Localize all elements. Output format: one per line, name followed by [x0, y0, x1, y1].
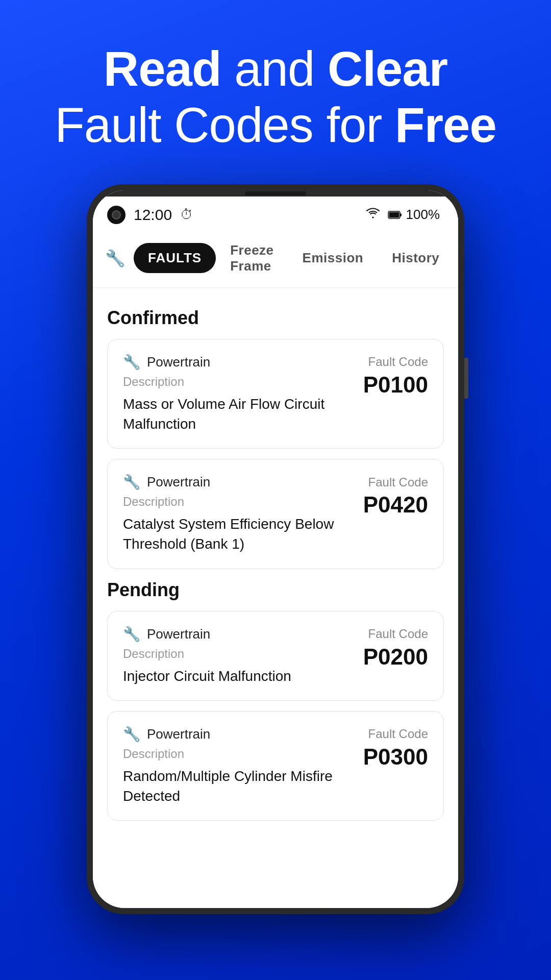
fault-card-p0100[interactable]: 🔧 Powertrain Fault Code Description Mass… [107, 339, 444, 449]
front-camera [107, 206, 126, 224]
card-body-left: Description Catalyst System Efficiency B… [123, 494, 363, 554]
fault-code-label: Fault Code [368, 627, 428, 641]
card-header: 🔧 Powertrain Fault Code [123, 726, 428, 743]
hero-subtitle: Fault Codes for Free [55, 97, 496, 152]
fault-code-label: Fault Code [368, 475, 428, 489]
side-button [464, 358, 468, 399]
phone-screen: 12:00 ⏱ [93, 190, 458, 908]
card-body-left: Description Injector Circuit Malfunction [123, 646, 291, 686]
description-label: Description [123, 495, 363, 509]
card-body: Description Mass or Volume Air Flow Circ… [123, 374, 428, 434]
status-left: 12:00 ⏱ [107, 206, 193, 224]
status-bar: 12:00 ⏱ [93, 197, 458, 229]
fault-card-p0420[interactable]: 🔧 Powertrain Fault Code Description Cata… [107, 459, 444, 569]
hero-section: Read and Clear Fault Codes for Free [55, 41, 496, 154]
fault-card-p0200[interactable]: 🔧 Powertrain Fault Code Description Inje… [107, 611, 444, 701]
card-body: Description Injector Circuit Malfunction… [123, 646, 428, 686]
tab-bar-icon: 🔧 [105, 249, 126, 268]
phone-mockup: 12:00 ⏱ [87, 184, 464, 914]
fault-description: Injector Circuit Malfunction [123, 666, 291, 686]
battery-percent: 100% [406, 207, 440, 223]
engine-icon: 🔧 [123, 474, 141, 491]
card-body: Description Catalyst System Efficiency B… [123, 494, 428, 554]
notch-bar [93, 190, 458, 197]
svg-rect-2 [389, 212, 399, 217]
battery-icon: 100% [388, 207, 440, 223]
fault-description: Catalyst System Efficiency Below Thresho… [123, 514, 363, 554]
tab-history[interactable]: History [378, 243, 454, 273]
powertrain-label: 🔧 Powertrain [123, 474, 210, 491]
tab-freeze-frame[interactable]: Freeze Frame [216, 235, 288, 281]
fault-code-label: Fault Code [368, 727, 428, 741]
card-header: 🔧 Powertrain Fault Code [123, 474, 428, 491]
engine-icon: 🔧 [123, 726, 141, 743]
card-body: Description Random/Multiple Cylinder Mis… [123, 746, 428, 806]
hero-free: Free [395, 97, 496, 152]
pending-section: Pending 🔧 Powertrain Fault Code Descript… [107, 579, 444, 821]
hero-and: and [234, 41, 314, 96]
faults-content: Confirmed 🔧 Powertrain Fault Code Descri… [93, 288, 458, 908]
confirmed-section: Confirmed 🔧 Powertrain Fault Code Descri… [107, 307, 444, 569]
engine-icon: 🔧 [123, 354, 141, 371]
fault-code-value: P0200 [363, 646, 428, 668]
powertrain-label: 🔧 Powertrain [123, 354, 210, 371]
tab-emission[interactable]: Emission [288, 243, 378, 273]
timer-icon: ⏱ [180, 207, 193, 223]
status-right: 100% [365, 207, 440, 223]
fault-code-value: P0420 [363, 494, 428, 516]
svg-rect-1 [400, 213, 402, 216]
tab-faults[interactable]: Faults [134, 243, 216, 273]
card-header: 🔧 Powertrain Fault Code [123, 354, 428, 371]
fault-code-value: P0100 [363, 374, 428, 396]
fault-code-label: Fault Code [368, 355, 428, 369]
fault-description: Mass or Volume Air Flow Circuit Malfunct… [123, 394, 363, 434]
pending-title: Pending [107, 579, 444, 601]
confirmed-title: Confirmed [107, 307, 444, 329]
card-body-left: Description Mass or Volume Air Flow Circ… [123, 374, 363, 434]
hero-read: Read [104, 41, 221, 96]
powertrain-label: 🔧 Powertrain [123, 626, 210, 643]
fault-code-value: P0300 [363, 746, 428, 768]
powertrain-label: 🔧 Powertrain [123, 726, 210, 743]
hero-clear: Clear [328, 41, 447, 96]
description-label: Description [123, 375, 363, 389]
engine-icon: 🔧 [123, 626, 141, 643]
description-label: Description [123, 747, 363, 761]
wifi-icon [365, 207, 381, 223]
status-time: 12:00 [134, 206, 172, 224]
description-label: Description [123, 647, 291, 661]
notch-pill [245, 191, 306, 195]
tab-bar: 🔧 Faults Freeze Frame Emission History [93, 229, 458, 288]
card-body-left: Description Random/Multiple Cylinder Mis… [123, 746, 363, 806]
fault-card-p0300[interactable]: 🔧 Powertrain Fault Code Description Rand… [107, 711, 444, 821]
card-header: 🔧 Powertrain Fault Code [123, 626, 428, 643]
fault-description: Random/Multiple Cylinder Misfire Detecte… [123, 766, 363, 806]
